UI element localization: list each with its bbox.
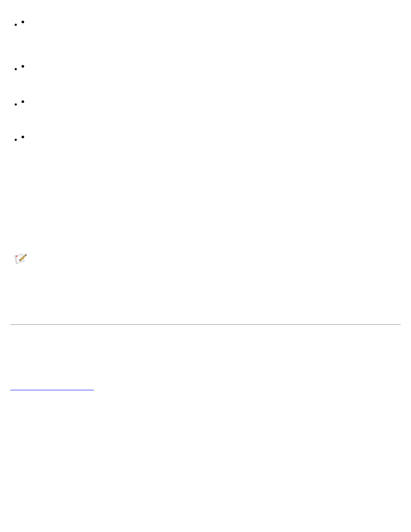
list-item — [22, 136, 24, 138]
list-item — [22, 21, 24, 23]
section-divider — [10, 324, 401, 325]
edit-note-icon[interactable] — [14, 253, 28, 265]
svg-point-0 — [16, 255, 18, 257]
list-item — [22, 65, 24, 68]
link[interactable] — [10, 390, 94, 390]
bullet-list — [22, 21, 24, 180]
list-item — [22, 100, 24, 103]
